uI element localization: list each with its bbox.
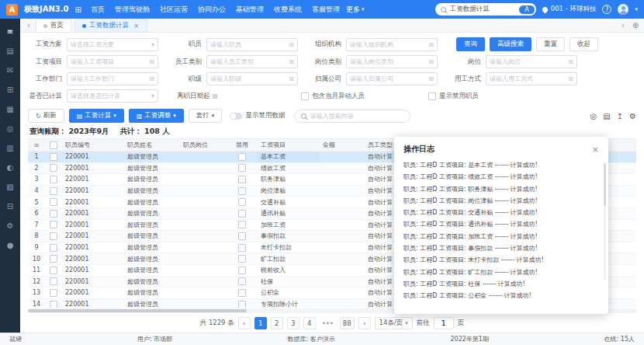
employee-category-lookup[interactable]: ⊞: [206, 55, 298, 68]
row-checkbox[interactable]: [50, 221, 57, 228]
sidebar-icon[interactable]: ◎: [0, 119, 20, 138]
user-menu-chevron-icon[interactable]: ▾: [635, 6, 638, 12]
employment-type-lookup[interactable]: ⊞: [486, 72, 577, 85]
disabled-checkbox[interactable]: [238, 244, 246, 252]
tab-close-icon[interactable]: ×: [133, 22, 140, 30]
tab-home[interactable]: 首页: [36, 19, 71, 32]
row-checkbox[interactable]: [50, 153, 57, 161]
leave-date-field[interactable]: 离职日期起 ▦: [177, 92, 218, 101]
nav-item[interactable]: 基础管理: [236, 5, 264, 15]
sidebar-icon[interactable]: ⚙: [0, 216, 20, 235]
header-search[interactable]: 工资数据计算 A: [435, 3, 536, 16]
tab-scroll-right-icon[interactable]: ›: [618, 21, 628, 30]
goto-page-input[interactable]: [434, 317, 454, 329]
select-all-checkbox[interactable]: [50, 141, 57, 149]
row-checkbox[interactable]: [50, 198, 57, 206]
sidebar-icon[interactable]: ⊞: [0, 80, 20, 99]
disabled-checkbox[interactable]: [238, 232, 246, 240]
column-header[interactable]: 职员编号: [62, 141, 124, 149]
page-number[interactable]: 3: [287, 317, 299, 329]
tab-options-icon[interactable]: ⊗: [630, 21, 641, 30]
row-checkbox[interactable]: [50, 210, 57, 218]
nav-item[interactable]: 社区运营: [160, 5, 188, 15]
refresh-button[interactable]: ↻ 刷新: [28, 109, 64, 123]
row-checkbox[interactable]: [50, 267, 57, 274]
disabled-checkbox[interactable]: [238, 277, 246, 285]
lookup-icon[interactable]: ⊞: [289, 58, 294, 65]
organization-lookup[interactable]: ⊞: [346, 38, 438, 51]
organization-input[interactable]: [350, 41, 427, 48]
lookup-icon[interactable]: ⊞: [428, 75, 434, 82]
lookup-icon[interactable]: ⊞: [289, 75, 294, 82]
page-number[interactable]: 2: [271, 317, 283, 329]
sidebar-icon[interactable]: ⊟: [0, 197, 20, 216]
nav-item[interactable]: 首页: [91, 5, 105, 15]
lookup-icon[interactable]: ⊞: [428, 41, 434, 48]
disabled-checkbox[interactable]: [238, 301, 246, 308]
lookup-icon[interactable]: ⊞: [289, 41, 294, 48]
disabled-checkbox[interactable]: [238, 221, 246, 228]
row-checkbox[interactable]: [50, 232, 57, 240]
department-input[interactable]: [71, 75, 147, 82]
nav-more[interactable]: 更多 ▾: [346, 5, 365, 15]
nav-item[interactable]: 管理驾驶舱: [115, 5, 150, 15]
row-checkbox[interactable]: [50, 164, 57, 172]
rank-input[interactable]: [210, 75, 287, 82]
reset-button[interactable]: 重置: [536, 37, 565, 51]
export-icon[interactable]: ↥: [617, 112, 623, 120]
prev-page-icon[interactable]: ‹: [238, 317, 251, 329]
scrollbar-thumb[interactable]: [28, 309, 247, 312]
print-icon[interactable]: ▤: [603, 112, 610, 120]
employee-lookup[interactable]: ⊞: [206, 38, 298, 51]
tab-salary-data-calc[interactable]: 工资数据计算 ×: [74, 19, 147, 32]
page-number[interactable]: •••: [320, 317, 336, 329]
disabled-checkbox[interactable]: [238, 198, 246, 206]
column-header[interactable]: 禁用: [227, 141, 258, 149]
help-icon[interactable]: ?: [602, 5, 611, 14]
location-selector[interactable]: 001 - 环球科技: [542, 5, 597, 14]
disabled-checkbox[interactable]: [238, 267, 246, 274]
page-number[interactable]: 4: [303, 317, 316, 329]
nav-item[interactable]: 客服管理: [312, 5, 340, 15]
post-category-input[interactable]: [350, 58, 427, 65]
show-disabled-employees-checkbox[interactable]: 显示禁用职员: [428, 92, 479, 101]
avatar[interactable]: [618, 4, 628, 15]
include-monthly-changes-checkbox[interactable]: 包含当月异动人员: [301, 92, 365, 101]
toggle-icon[interactable]: [230, 113, 242, 120]
disabled-checkbox[interactable]: [238, 176, 246, 183]
page-number[interactable]: 1: [254, 317, 267, 329]
post-category-lookup[interactable]: ⊞: [346, 55, 438, 68]
employee-input[interactable]: [210, 41, 287, 48]
column-header[interactable]: 职员姓名: [124, 141, 180, 149]
collapse-button[interactable]: 收起: [570, 37, 598, 51]
next-page-icon[interactable]: ›: [358, 317, 371, 329]
post-input[interactable]: [490, 58, 566, 65]
disabled-checkbox[interactable]: [238, 187, 246, 195]
company-input[interactable]: [350, 75, 427, 82]
show-disabled-data-toggle[interactable]: 显示禁用数据: [230, 111, 285, 120]
lookup-icon[interactable]: ⊞: [149, 75, 154, 82]
sidebar-icon[interactable]: ▦: [0, 99, 20, 119]
sidebar-icon[interactable]: ✉: [0, 61, 20, 80]
modal-scrollbar[interactable]: [604, 163, 606, 280]
post-lookup[interactable]: ⊞: [486, 55, 577, 68]
salary-item-input[interactable]: [71, 58, 147, 65]
header-search-button[interactable]: A: [519, 5, 534, 14]
employee-category-input[interactable]: [210, 58, 287, 65]
toolbar-search-input[interactable]: [310, 113, 403, 120]
lookup-icon[interactable]: ⊞: [568, 75, 573, 82]
employment-type-input[interactable]: [490, 75, 566, 82]
sidebar-icon[interactable]: ≡: [0, 22, 20, 41]
row-checkbox[interactable]: [50, 255, 57, 263]
row-checkbox[interactable]: [50, 289, 57, 297]
calculated-select[interactable]: ▾: [67, 89, 158, 103]
apps-grid-icon[interactable]: ⊞: [75, 5, 81, 14]
sidebar-icon[interactable]: ▤: [0, 41, 20, 61]
disabled-checkbox[interactable]: [238, 164, 246, 172]
disabled-checkbox[interactable]: [238, 255, 246, 263]
salary-item-lookup[interactable]: ⊞: [67, 55, 158, 68]
salary-adjust-button[interactable]: ▥ 工资调整 ▾: [129, 109, 184, 123]
salary-calc-button[interactable]: ▤ 工资计算 ▾: [69, 109, 124, 123]
salary-plan-input[interactable]: [71, 41, 150, 48]
sidebar-icon[interactable]: ▥: [0, 138, 20, 158]
